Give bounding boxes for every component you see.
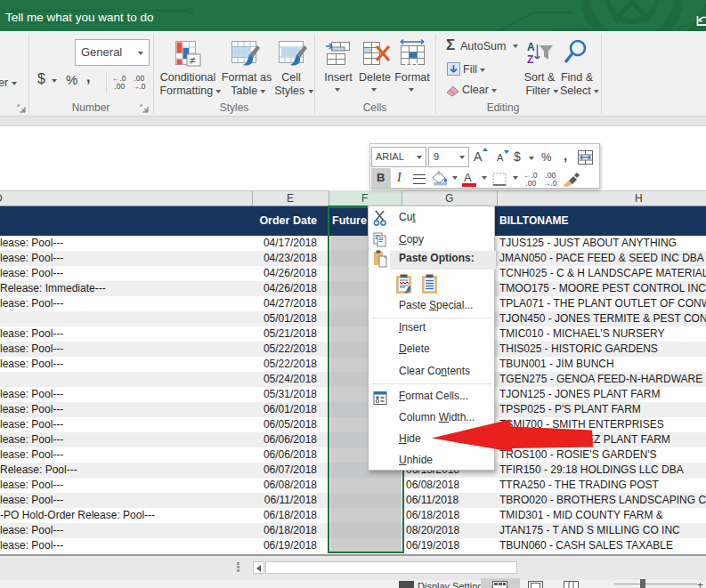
svg-text:≠: ≠: [190, 54, 196, 67]
svg-text:Z: Z: [527, 53, 533, 66]
svg-text:A: A: [527, 41, 535, 53]
